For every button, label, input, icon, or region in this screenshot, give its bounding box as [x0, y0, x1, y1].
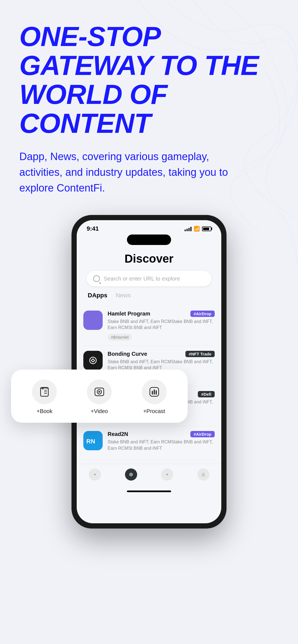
list-item[interactable]: RN Read2N #AirDrop Stake BNB and iNFT, E… [83, 426, 215, 459]
hamlet-icon [83, 311, 103, 330]
search-icon [93, 275, 100, 282]
dapp-name: Read2N [108, 431, 128, 437]
svg-rect-6 [152, 391, 153, 395]
svg-point-9 [90, 357, 96, 364]
svg-point-12 [94, 474, 96, 475]
search-placeholder: Search or enter URL to explore [104, 276, 180, 282]
status-bar: 9:41 📶 [77, 220, 221, 235]
signal-icon [185, 226, 191, 231]
dapp-badge: #Defi [198, 391, 215, 397]
dynamic-island [127, 235, 171, 245]
hero-title: ONE-STOP GATEWAY TO THE WORLD OF CONTENT [19, 22, 279, 138]
tab-bar: DApps News [87, 292, 211, 301]
book-label: +Book [37, 408, 52, 414]
procast-label: +Procast [143, 408, 165, 414]
search-bar[interactable]: Search or enter URL to explore [87, 271, 211, 286]
wifi-icon: 📶 [194, 226, 200, 232]
procast-icon-circle [142, 379, 167, 404]
dapp-tags: #$Hamlet [108, 334, 215, 341]
book-icon-circle [32, 379, 57, 404]
procast-icon [148, 386, 160, 398]
svg-point-16 [203, 473, 204, 475]
nav-home[interactable] [89, 468, 101, 481]
action-video[interactable]: +Video [77, 379, 122, 414]
svg-marker-4 [99, 391, 101, 393]
svg-rect-7 [154, 389, 155, 395]
dapp-name: Bonding Curve [108, 351, 147, 357]
list-item[interactable]: Hamlet Program #AirDrop Stake BNB and iN… [83, 306, 215, 346]
svg-point-14 [131, 474, 132, 475]
bottom-nav [77, 464, 221, 488]
screen-header: Discover Search or enter URL to explore … [77, 248, 221, 301]
dapp-desc: Stake BNB and iNFT, Earn RCMStake BNB an… [108, 319, 215, 331]
video-icon [93, 386, 105, 398]
dapp-info: Hamlet Program #AirDrop Stake BNB and iN… [108, 311, 215, 341]
book-icon [38, 386, 50, 398]
home-indicator [127, 491, 171, 492]
dapp-info: Read2N #AirDrop Stake BNB and iNFT, Earn… [108, 431, 215, 454]
svg-rect-8 [156, 390, 157, 395]
nav-discover[interactable] [125, 468, 137, 481]
hero-subtitle: Dapp, News, covering various gameplay, a… [19, 149, 235, 196]
action-card: +Book +Video [11, 370, 188, 423]
dapp-badge: #AirDrop [190, 431, 215, 437]
video-icon-circle [87, 379, 112, 404]
status-time: 9:41 [87, 225, 99, 232]
svg-text:RN: RN [86, 438, 95, 444]
read2n-icon: RN [83, 431, 103, 450]
dapp-badge: #NFT Trade [185, 351, 215, 357]
status-icons: 📶 [185, 226, 211, 232]
tab-dapps[interactable]: DApps [88, 292, 107, 301]
nav-profile[interactable] [161, 468, 173, 481]
dapp-tag: #$Hamlet [108, 334, 132, 341]
dapp-desc: Stake BNB and iNFT, Earn RCMStake BNB an… [108, 439, 215, 451]
phone-mockup: +Book +Video [19, 215, 279, 528]
dapp-desc: Stake BNB and iNFT, Earn RCMStake BNB an… [108, 359, 215, 371]
svg-rect-1 [42, 388, 43, 389]
bonding-icon [83, 351, 103, 370]
action-procast[interactable]: +Procast [132, 379, 177, 414]
video-label: +Video [91, 408, 108, 414]
svg-point-15 [166, 474, 168, 475]
screen-title: Discover [87, 252, 211, 265]
nav-settings[interactable] [197, 468, 209, 481]
dapp-name: Hamlet Program [108, 311, 150, 317]
action-book[interactable]: +Book [22, 379, 67, 414]
dapp-badge: #AirDrop [190, 311, 215, 317]
tab-news[interactable]: News [116, 292, 131, 301]
battery-icon [202, 227, 211, 231]
